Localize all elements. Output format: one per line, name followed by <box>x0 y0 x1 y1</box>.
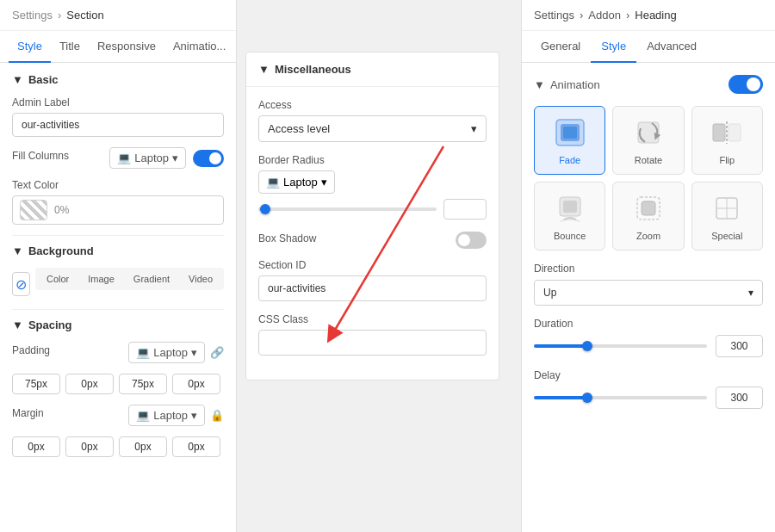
mid-title: Miscellaneous <box>275 63 351 76</box>
access-value: Access level <box>268 122 330 135</box>
access-label: Access <box>258 99 487 111</box>
padding-header-row: Padding 💻 Laptop ▾ 🔗 <box>12 342 224 363</box>
anim-card-zoom[interactable]: Zoom <box>612 182 684 251</box>
svg-rect-11 <box>563 201 577 213</box>
right-bc-sep2: › <box>626 9 629 22</box>
radius-input[interactable] <box>443 199 487 220</box>
rotate-label: Rotate <box>635 155 662 165</box>
direction-field: Direction Up ▾ <box>534 263 763 306</box>
tab-title[interactable]: Title <box>51 31 89 63</box>
color-preview[interactable] <box>20 200 47 220</box>
anim-card-fade[interactable]: Fade <box>534 106 605 175</box>
bg-type-row: ⊘ Color Image Gradient Video <box>12 268 224 300</box>
fill-columns-device[interactable]: 💻 Laptop ▾ <box>109 147 186 169</box>
right-panel: Settings › Addon › Heading General Style… <box>521 0 775 532</box>
margin-device-label: Laptop <box>153 409 188 422</box>
mid-section-header[interactable]: ▼ Miscellaneous <box>246 53 499 87</box>
right-tab-style[interactable]: Style <box>591 31 636 63</box>
direction-chevron: ▾ <box>748 287 753 299</box>
direction-select[interactable]: Up ▾ <box>534 280 763 306</box>
right-bc-settings[interactable]: Settings <box>534 9 574 22</box>
link-icon[interactable]: 🔗 <box>210 346 224 359</box>
animation-toggle[interactable] <box>728 75 763 94</box>
padding-left[interactable] <box>172 374 220 394</box>
direction-label: Direction <box>534 263 763 275</box>
chevron3: ▾ <box>191 409 197 422</box>
right-tab-general[interactable]: General <box>530 31 591 63</box>
margin-left[interactable] <box>172 436 220 457</box>
link-icon2[interactable]: 🔒 <box>210 409 224 422</box>
text-color-row[interactable]: 0% <box>12 195 224 225</box>
tab-responsive[interactable]: Responsive <box>89 31 164 63</box>
duration-input[interactable] <box>716 335 763 357</box>
breadcrumb-settings[interactable]: Settings <box>12 9 53 22</box>
margin-right[interactable] <box>65 436 114 457</box>
bg-none-btn[interactable]: ⊘ <box>12 272 30 296</box>
special-icon <box>706 191 747 226</box>
access-select[interactable]: Access level ▾ <box>258 115 487 142</box>
delay-thumb[interactable] <box>582 393 592 403</box>
flip-icon <box>706 115 747 150</box>
bg-tabs: Color Image Gradient Video <box>35 268 224 290</box>
right-bc-addon[interactable]: Addon <box>588 9 621 22</box>
delay-field: Delay <box>534 369 763 409</box>
padding-boxes <box>12 374 224 394</box>
margin-bottom[interactable] <box>119 436 167 457</box>
css-class-input[interactable] <box>258 330 487 356</box>
right-tab-advanced[interactable]: Advanced <box>636 31 707 63</box>
background-section-header[interactable]: ▼ Background <box>12 244 224 257</box>
laptop-icon2: 💻 <box>136 346 150 359</box>
rotate-icon <box>628 115 669 150</box>
special-label: Special <box>711 231 742 241</box>
css-class-label: CSS Class <box>258 313 487 325</box>
section-id-field: Section ID <box>258 259 487 301</box>
margin-top[interactable] <box>12 436 60 457</box>
border-radius-device[interactable]: 💻 Laptop ▾ <box>258 170 335 194</box>
section-id-input[interactable] <box>258 275 487 301</box>
bg-tab-gradient[interactable]: Gradient <box>125 270 178 288</box>
animation-label: ▼ Animation <box>534 78 600 91</box>
anim-card-rotate[interactable]: Rotate <box>612 106 684 175</box>
basic-section-header[interactable]: ▼ Basic <box>12 73 224 86</box>
delay-slider[interactable] <box>534 396 707 399</box>
delay-label: Delay <box>534 369 763 381</box>
tab-animation[interactable]: Animatio... <box>164 31 234 63</box>
css-class-field: CSS Class <box>258 313 487 356</box>
right-bc-heading: Heading <box>635 9 676 22</box>
laptop-icon4: 💻 <box>266 176 280 189</box>
delay-input[interactable] <box>716 387 763 409</box>
anim-card-special[interactable]: Special <box>691 182 763 251</box>
svg-rect-8 <box>728 124 741 141</box>
padding-top[interactable] <box>12 374 60 394</box>
duration-thumb[interactable] <box>582 341 592 351</box>
anim-card-bounce[interactable]: Bounce <box>534 182 605 251</box>
fill-columns-label: Fill Columns <box>12 150 69 162</box>
duration-field: Duration <box>534 318 763 357</box>
fill-columns-toggle[interactable] <box>193 150 224 167</box>
laptop-icon: 💻 <box>117 152 131 164</box>
padding-device[interactable]: 💻 Laptop ▾ <box>128 342 205 363</box>
chevron-icon: ▾ <box>172 152 178 164</box>
border-radius-field: Border Radius 💻 Laptop ▾ <box>258 154 487 220</box>
bg-tab-image[interactable]: Image <box>79 270 123 288</box>
anim-card-flip[interactable]: Flip <box>691 106 763 175</box>
box-shadow-toggle[interactable] <box>456 232 487 249</box>
duration-slider[interactable] <box>534 344 707 348</box>
right-tabs: General Style Advanced <box>522 31 775 63</box>
padding-label: Padding <box>12 344 50 356</box>
bg-tab-video[interactable]: Video <box>180 270 221 288</box>
animation-grid: Fade Rotate <box>534 106 763 251</box>
admin-label-input[interactable] <box>12 113 224 137</box>
fill-columns-row: Fill Columns 💻 Laptop ▾ <box>12 147 224 169</box>
padding-right[interactable] <box>65 374 114 394</box>
radius-slider[interactable] <box>258 207 437 211</box>
right-breadcrumb: Settings › Addon › Heading <box>522 0 775 31</box>
animation-arrow: ▼ <box>534 78 545 91</box>
bg-tab-color[interactable]: Color <box>38 270 78 288</box>
padding-bottom[interactable] <box>119 374 167 394</box>
spacing-label: Spacing <box>28 319 72 331</box>
tab-style[interactable]: Style <box>9 31 51 63</box>
margin-device[interactable]: 💻 Laptop ▾ <box>128 405 205 426</box>
radius-thumb[interactable] <box>260 204 270 214</box>
spacing-section-header[interactable]: ▼ Spacing <box>12 319 224 331</box>
